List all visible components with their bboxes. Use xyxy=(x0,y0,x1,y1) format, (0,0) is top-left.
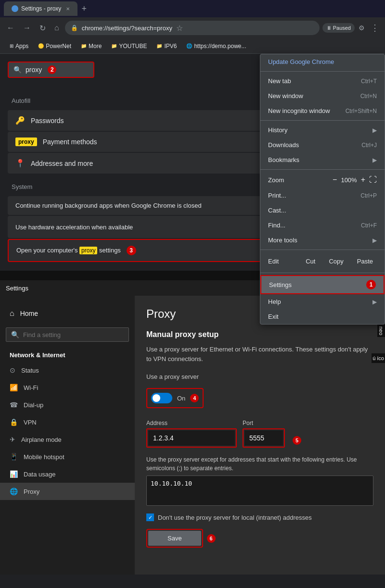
extensions-icon[interactable]: ⚙ xyxy=(357,22,367,34)
exceptions-input[interactable]: 10.10.10.10 xyxy=(146,475,373,506)
nav-back-btn[interactable]: ← xyxy=(4,22,17,34)
menu-incognito[interactable]: New incognito window Ctrl+Shift+N xyxy=(260,103,385,118)
location-icon: 📍 xyxy=(15,159,25,168)
menu-downloads[interactable]: Downloads Ctrl+J xyxy=(260,138,385,152)
local-checkbox[interactable]: ✓ xyxy=(146,513,154,521)
nav-reload-btn[interactable]: ↻ xyxy=(37,22,49,35)
passwords-label: Passwords xyxy=(31,117,64,125)
zoom-fullscreen-btn[interactable]: ⛶ xyxy=(369,175,377,184)
menu-cast[interactable]: Cast... xyxy=(260,203,385,218)
zoom-control: − 100% + ⛶ xyxy=(333,175,377,184)
chrome-context-menu: Update Google Chrome New tab Ctrl+T New … xyxy=(260,54,385,325)
zoom-minus-btn[interactable]: − xyxy=(333,175,337,184)
incognito-label: New incognito window xyxy=(268,107,330,114)
datausage-icon: 📊 xyxy=(10,470,18,478)
menu-new-tab[interactable]: New tab Ctrl+T xyxy=(260,74,385,88)
search-wrapper: 🔍 proxy 2 xyxy=(8,62,94,88)
nav-forward-btn[interactable]: → xyxy=(20,22,34,34)
paste-btn[interactable]: Paste xyxy=(353,256,377,267)
bookmark-demo[interactable]: 🌐 https://demo.powe... xyxy=(182,41,250,51)
apps-icon: ⊞ xyxy=(10,43,13,49)
exceptions-label: Use the proxy server except for addresse… xyxy=(146,455,373,473)
sidebar-search[interactable]: 🔍 xyxy=(6,327,129,342)
menu-divider-3 xyxy=(260,169,385,170)
chrome-tabbar: Settings - proxy ✕ + xyxy=(0,0,385,17)
zoom-label: Zoom xyxy=(268,176,284,184)
browser-content-area: 🔍 proxy 2 Autofill 🔑 Passwords proxy Pay… xyxy=(0,54,385,271)
proxy-sidebar-icon: 🌐 xyxy=(10,488,18,495)
new-window-shortcut: Ctrl+N xyxy=(360,93,377,100)
open-proxy-suffix: settings xyxy=(97,247,120,254)
status-icon: ⊙ xyxy=(10,366,15,374)
cut-btn[interactable]: Cut xyxy=(302,256,319,267)
hardware-accel-label: Use hardware acceleration when available xyxy=(15,224,133,231)
menu-history[interactable]: History ▶ xyxy=(260,123,385,138)
save-button[interactable]: Save xyxy=(148,531,201,546)
tab-favicon xyxy=(12,5,18,12)
win-title: Settings xyxy=(6,285,28,292)
menu-new-window[interactable]: New window Ctrl+N xyxy=(260,88,385,103)
bookmark-more[interactable]: 📁 More xyxy=(77,41,105,51)
background-apps-label: Continue running background apps when Go… xyxy=(15,202,202,209)
menu-print[interactable]: Print... Ctrl+P xyxy=(260,188,385,203)
sidebar-status-label: Status xyxy=(21,367,39,374)
print-shortcut: Ctrl+P xyxy=(360,192,377,199)
menu-help[interactable]: Help ▶ xyxy=(260,294,385,309)
menu-exit[interactable]: Exit xyxy=(260,309,385,324)
menu-find[interactable]: Find... Ctrl+F xyxy=(260,218,385,233)
bookmark-star-icon[interactable]: ☆ xyxy=(176,24,183,33)
toggle-wrapper: On 4 xyxy=(146,388,204,408)
zoom-plus-btn[interactable]: + xyxy=(361,175,365,184)
sidebar-vpn-label: VPN xyxy=(24,419,37,426)
address-bar[interactable]: 🔒 chrome://settings/?search=proxy ☆ xyxy=(65,21,320,35)
menu-update-chrome[interactable]: Update Google Chrome xyxy=(260,54,385,69)
port-input[interactable] xyxy=(244,430,283,446)
more-tools-label: More tools xyxy=(268,237,297,244)
chrome-menu-btn[interactable]: ⋮ xyxy=(369,21,381,35)
menu-bookmarks[interactable]: Bookmarks ▶ xyxy=(260,152,385,167)
new-tab-label: New tab xyxy=(268,77,291,85)
sidebar-item-datausage[interactable]: 📊 Data usage xyxy=(0,465,135,483)
bookmark-powernet-label: PowerNet xyxy=(46,43,71,50)
more-folder-icon: 📁 xyxy=(81,43,87,49)
bookmark-ipv6[interactable]: 📁 IPV6 xyxy=(153,41,180,51)
nav-home-btn[interactable]: ⌂ xyxy=(51,22,62,34)
sidebar-hotspot-label: Mobile hotspot xyxy=(24,453,64,461)
more-tools-arrow: ▶ xyxy=(372,237,377,244)
sidebar-item-status[interactable]: ⊙ Status xyxy=(0,362,135,379)
sidebar-item-vpn[interactable]: 🔒 VPN xyxy=(0,413,135,431)
address-port-section: Address Port 5 xyxy=(146,420,373,448)
sidebar-item-dialup[interactable]: ☎ Dial-up xyxy=(0,396,135,413)
copy-btn[interactable]: Copy xyxy=(325,256,347,267)
step-1-badge: 1 xyxy=(366,280,376,289)
bookmark-apps[interactable]: ⊞ Apps xyxy=(6,41,32,51)
menu-edit-row: Edit Cut Copy Paste xyxy=(260,252,385,271)
downloads-label: Downloads xyxy=(268,141,299,149)
menu-settings[interactable]: Settings 1 xyxy=(260,275,385,294)
proxy-toggle[interactable] xyxy=(151,393,172,403)
sidebar-item-proxy[interactable]: 🌐 Proxy xyxy=(0,483,135,500)
sidebar-item-airplane[interactable]: ✈ Airplane mode xyxy=(0,431,135,448)
search-box[interactable]: 🔍 proxy 2 xyxy=(8,62,94,78)
menu-more-tools[interactable]: More tools ▶ xyxy=(260,233,385,248)
bookmark-youtube[interactable]: 📁 YOUTUBE xyxy=(107,41,151,51)
win-body: ⌂ Home 🔍 Network & Internet ⊙ Status 📶 W… xyxy=(0,296,385,575)
tab-close-btn[interactable]: ✕ xyxy=(66,6,70,12)
bookmark-powernet[interactable]: 🟡 PowerNet xyxy=(34,41,75,51)
toggle-on-text: On xyxy=(177,395,185,402)
wifi-icon: 📶 xyxy=(10,384,18,391)
sidebar-item-wifi[interactable]: 📶 Wi-Fi xyxy=(0,379,135,396)
search-icon: 🔍 xyxy=(13,66,22,74)
step-4-badge: 4 xyxy=(190,394,199,402)
manual-setup-title: Manual proxy setup xyxy=(146,330,373,339)
paused-btn[interactable]: ⏸ Paused xyxy=(322,23,355,33)
sidebar-search-input[interactable] xyxy=(23,331,124,338)
youtube-icon: 📁 xyxy=(111,43,117,49)
sidebar-wifi-label: Wi-Fi xyxy=(24,384,38,391)
sidebar-item-hotspot[interactable]: 📱 Mobile hotspot xyxy=(0,448,135,465)
new-tab-btn[interactable]: + xyxy=(81,4,87,14)
address-input[interactable] xyxy=(148,430,235,446)
network-section-title: Network & Internet xyxy=(0,346,135,362)
chrome-tab[interactable]: Settings - proxy ✕ xyxy=(4,1,77,16)
sidebar-home[interactable]: ⌂ Home xyxy=(0,303,135,324)
